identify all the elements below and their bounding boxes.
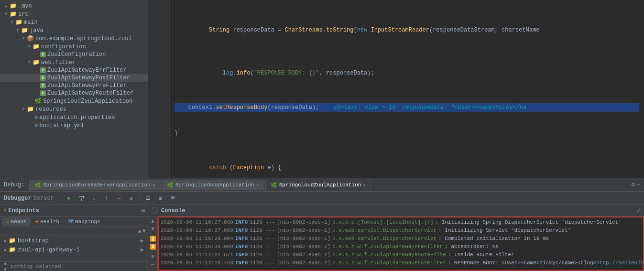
health-tab[interactable]: ❤ Health (32, 217, 63, 226)
maximize-icon[interactable]: ⤢ (636, 207, 641, 214)
arrow-down[interactable]: ▼ (151, 226, 154, 232)
endpoints-tabs: ☕ Beans ❤ Health 🗺 Mappings (0, 217, 148, 227)
tree-item-mvn[interactable]: ▶ 📁 .mvn (0, 2, 148, 10)
log-thread: 1128 --- (250, 218, 275, 227)
arrow-up[interactable]: ▲ (151, 218, 154, 224)
tree-item-prefilter[interactable]: ▶ C ZuulApiGatewayPreFilter (0, 82, 148, 89)
tree-item-routefilter[interactable]: ▶ C ZuulApiGatewayRouteFilter (0, 89, 148, 97)
tree-label: ZuulApiGatewayPostFilter (47, 75, 130, 81)
folder-icon: 📁 (33, 43, 40, 50)
tree-item-webfilter[interactable]: ▼ 📁 web.filter (0, 58, 148, 66)
tree-arrow: ▼ (27, 44, 32, 49)
tree-item-zuulapplication[interactable]: ▶ 🌿 SpringcloudZuulApplication (0, 97, 148, 105)
tab-label: SpringcloudAppApplication (175, 182, 254, 188)
log-level: INFO (235, 227, 248, 235)
tree-item-bootstrap[interactable]: ▶ ⚙ bootstrap.yml (0, 121, 148, 130)
down-icon[interactable]: ▼ (4, 267, 7, 271)
close-icon[interactable]: ✕ (363, 182, 366, 188)
step-into-button[interactable]: ↓ (89, 194, 99, 203)
log-line-6: 2020-08-06 11:17:10.453 INFO 1128 --- [n… (161, 259, 641, 267)
tree-label: ZuulApiGatewayRouteFilter (47, 90, 133, 97)
rerun-button[interactable]: ↺ (126, 194, 137, 203)
log-time: 2020-08-06 11:17:10.453 (161, 259, 233, 267)
debug-tab-eureka[interactable]: 🌿 SpringcloudEurekaServerApplication ✕ (29, 180, 160, 190)
log-class: o.a.c.c.[Tomcat].[localhost].[/] (332, 218, 433, 227)
resume-button[interactable]: ▶ (64, 194, 75, 203)
tree-item-configuration[interactable]: ▼ 📁 configuration (0, 43, 148, 51)
log-msg: : Completed initialization in 16 ms (438, 235, 549, 243)
filter-icon[interactable]: ≡ (151, 254, 154, 260)
log-time: 2020-08-06 11:17:02.671 (161, 251, 233, 259)
tree-item-package[interactable]: ▼ 📦 com.example.springcloud.zuul (0, 34, 148, 43)
endpoints-tree-item-zuul[interactable]: ▶ 📁 zuul-api-gateway-1 ▶ (0, 245, 148, 254)
scroll-down[interactable]: ▼ (142, 228, 146, 235)
scroll-side: ▲ ▼ (4, 261, 7, 271)
tree-label: SpringcloudZuulApplication (43, 98, 132, 105)
tree-item-main[interactable]: ▼ 📁 main (0, 18, 148, 26)
log-bracket: [nio-8082-exec-2] (277, 243, 330, 251)
settings-icon[interactable]: ⚙ (632, 181, 635, 188)
variables-button[interactable]: ⊞ (155, 194, 166, 203)
scroll-up[interactable]: ▲ (138, 228, 142, 235)
endpoints-tree-item-bootstrap[interactable]: ▶ 📁 bootstrap ▶ (0, 236, 148, 245)
watches-button[interactable]: 👁 (168, 194, 178, 203)
expand-icon[interactable]: ⊞ (142, 207, 145, 214)
folder-icon: 📁 (9, 237, 16, 244)
tree-label: application.properties (39, 114, 115, 121)
tree-label: ZuulApiGatewayErrFilter (47, 67, 127, 74)
debug-tab-zuul[interactable]: 🌿 SpringcloudZuulApplication ✕ (265, 180, 371, 190)
debugger-tab[interactable]: Debugger (4, 195, 32, 202)
tab-label: SpringcloudEurekaServerApplication (43, 182, 150, 188)
tree-item-src[interactable]: ▼ 📁 src (0, 10, 148, 18)
tree-item-appprops[interactable]: ▶ ⚙ application.properties (0, 113, 148, 121)
log-line-4: 2020-08-06 11:16:36.009 INFO 1128 --- [n… (161, 243, 641, 251)
step-out-button[interactable]: ↑ (101, 194, 112, 203)
code-content[interactable]: String responseData = CharStreams.toStri… (170, 0, 644, 178)
close-icon[interactable]: ✕ (153, 182, 155, 188)
log-level: INFO (235, 218, 248, 227)
line-numbers (148, 0, 170, 178)
wrap-icon[interactable]: ↩ (151, 261, 154, 268)
log-thread: 1128 --- (250, 251, 275, 259)
arrow-skip-up[interactable]: ⏫ (150, 236, 156, 242)
log-time: 2020-08-06 11:16:28.004 (161, 235, 233, 243)
tree-item-java[interactable]: ▼ 📁 java (0, 26, 148, 34)
tree-arrow: ▼ (21, 36, 26, 41)
tree-label: com.example.springcloud.zuul (35, 35, 132, 42)
frames-button[interactable]: ☰ (143, 194, 153, 203)
debug-label: Debug: (4, 182, 24, 188)
code-line: String responseData = CharStreams.toStri… (175, 17, 639, 43)
tree-item-errfilter[interactable]: ▶ C ZuulApiGatewayErrFilter (0, 66, 148, 74)
log-thread: 1128 --- (250, 227, 275, 235)
endpoints-icon: ⚡ (3, 207, 6, 214)
tree-item-postfilter[interactable]: ▶ C ZuulApiGatewayPostFilter (0, 74, 148, 82)
yml-icon: ⚙ (34, 122, 38, 129)
run-cursor-button[interactable]: → (114, 194, 124, 203)
mappings-icon: 🗺 (68, 218, 73, 225)
spring-icon: 🌿 (167, 182, 174, 188)
mappings-tab[interactable]: 🗺 Mappings (64, 217, 104, 226)
code-line: catch (Exception e) { (175, 155, 639, 178)
code-editor: String responseData = CharStreams.toStri… (148, 0, 644, 178)
tree-item-zuulconfiguration[interactable]: ▶ C ZuulConfiguration (0, 51, 148, 58)
tree-panel[interactable]: ▶ 📁 bootstrap ▶ ▶ 📁 zuul-api-gateway-1 ▶ (0, 236, 148, 261)
expand-icon[interactable]: ▶ (141, 237, 144, 244)
log-line-5: 2020-08-06 11:17:02.671 INFO 1128 --- [n… (161, 251, 641, 259)
spring-icon: 🌿 (34, 182, 41, 188)
log-class: c.e.s.z.w.f.ZuulApiGatewayRouteFilte (332, 251, 446, 259)
server-tab[interactable]: Server (33, 195, 54, 202)
tree-item-resources[interactable]: ▼ 📁 resources (0, 105, 148, 113)
up-icon[interactable]: ▲ (4, 261, 7, 266)
log-class: c.e.s.z.w.f.ZuulApiGatewayPostFilter (332, 259, 446, 267)
expand-icon[interactable]: ▶ (141, 246, 144, 253)
debug-tab-app[interactable]: 🌿 SpringcloudAppApplication ✕ (162, 180, 264, 190)
file-tree[interactable]: ▶ 📁 .mvn ▼ 📁 src ▼ 📁 main ▼ 📁 java ▼ 📦 c… (0, 0, 148, 178)
close-icon[interactable]: ✕ (256, 182, 259, 188)
log-thread: 1128 --- (250, 235, 275, 243)
minimize-icon[interactable]: — (637, 181, 640, 188)
step-over-button[interactable] (76, 194, 87, 203)
arrow-skip-down[interactable]: ⏬ (150, 244, 156, 250)
beans-tab[interactable]: ☕ Beans (2, 217, 31, 226)
folder-icon: 📁 (9, 246, 16, 253)
log-link[interactable]: http://smilenjcky.bl... (596, 259, 644, 267)
